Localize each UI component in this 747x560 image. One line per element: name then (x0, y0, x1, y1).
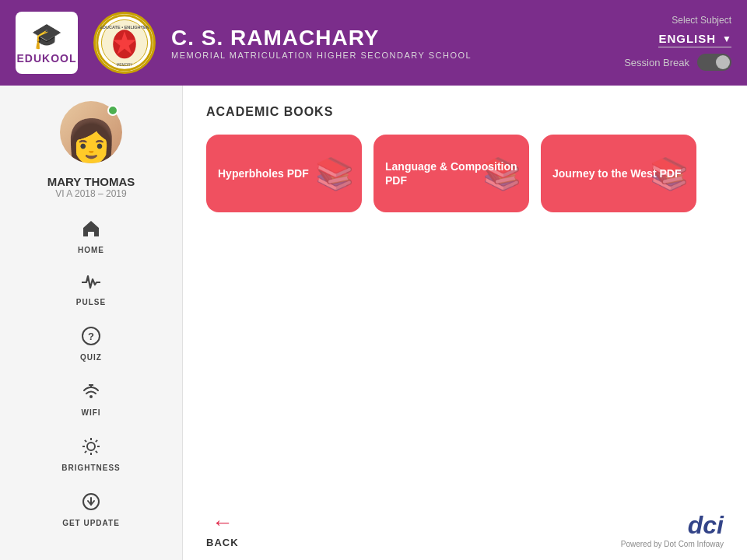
content-footer: ← BACK dci Powered by Dot Com Infoway (183, 499, 747, 560)
svg-text:EDUCATE • ENLIGHTEN: EDUCATE • ENLIGHTEN (100, 25, 149, 30)
session-break-toggle[interactable] (697, 54, 731, 71)
subject-value: ENGLISH (658, 32, 716, 45)
svg-line-16 (85, 440, 86, 442)
school-name: C. S. RAMACHARY (171, 26, 608, 51)
quiz-icon: ? (81, 326, 101, 351)
book-title-2: Language & Composition PDF (385, 159, 517, 187)
dci-logo: dci (688, 511, 724, 540)
back-label: BACK (206, 537, 239, 548)
back-button[interactable]: ← BACK (206, 510, 239, 548)
sidebar-item-wifi[interactable]: WIFI (0, 373, 182, 425)
powered-by-area: dci Powered by Dot Com Infoway (621, 511, 724, 548)
quiz-label: QUIZ (80, 353, 102, 362)
svg-text:?: ? (88, 331, 94, 342)
svg-text:MEMORY: MEMORY (117, 63, 133, 67)
book-card-hyperbholes[interactable]: Hyperbholes PDF 📚 (206, 135, 362, 212)
avatar-figure: 👩 (65, 121, 118, 163)
sidebar-item-home[interactable]: HOME (0, 211, 182, 262)
get-update-icon (81, 492, 101, 516)
logo-box: 🎓 EDUKOOL (16, 12, 78, 74)
content-area: ACADEMIC BOOKS Hyperbholes PDF 📚 Languag… (183, 86, 747, 560)
header-right: Select Subject ENGLISH ▼ Session Break (624, 15, 731, 71)
main-layout: 👩 MARY THOMAS VI A 2018 – 2019 HOME (0, 86, 747, 560)
graduation-cap-icon: 🎓 (31, 21, 62, 51)
nav-items: HOME PULSE ? QUIZ (0, 211, 182, 535)
wifi-label: WIFI (81, 408, 100, 417)
avatar-container: 👩 (60, 101, 122, 163)
svg-point-8 (89, 395, 93, 398)
svg-line-18 (96, 440, 97, 442)
select-subject-label: Select Subject (672, 15, 731, 26)
svg-line-17 (96, 451, 97, 453)
online-status-dot (107, 105, 118, 116)
home-label: HOME (78, 246, 104, 254)
svg-line-19 (85, 451, 86, 453)
book-title-1: Hyperbholes PDF (218, 166, 350, 180)
school-info: C. S. RAMACHARY MEMORIAL MATRICULATION H… (171, 26, 608, 60)
book-title-3: Journey to the West PDF (552, 166, 685, 180)
home-icon (81, 219, 101, 243)
book-card-journey[interactable]: Journey to the West PDF 📚 (541, 135, 696, 212)
header: 🎓 EDUKOOL EDUCATE • ENLIGHTEN MEMORY C. … (0, 0, 747, 86)
user-class: VI A 2018 – 2019 (55, 188, 126, 199)
sidebar-item-get-update[interactable]: GET UPDATE (0, 484, 182, 535)
chevron-down-icon: ▼ (722, 33, 731, 44)
pulse-label: PULSE (76, 298, 106, 306)
session-break-label: Session Break (624, 57, 689, 68)
back-arrow-icon: ← (212, 510, 233, 535)
sidebar: 👩 MARY THOMAS VI A 2018 – 2019 HOME (0, 86, 183, 560)
subject-dropdown[interactable]: ENGLISH ▼ (658, 32, 731, 47)
logo-text: EDUKOOL (17, 52, 77, 65)
get-update-label: GET UPDATE (62, 519, 120, 527)
sidebar-item-brightness[interactable]: BRIGHTNESS (0, 429, 182, 480)
svg-point-11 (87, 443, 95, 450)
wifi-icon (81, 381, 101, 406)
user-name: MARY THOMAS (47, 175, 135, 188)
session-break-row: Session Break (624, 54, 731, 71)
brightness-icon (81, 436, 101, 461)
section-title: ACADEMIC BOOKS (206, 105, 724, 119)
toggle-knob (716, 55, 730, 69)
powered-text: Powered by Dot Com Infoway (621, 540, 724, 548)
brightness-label: BRIGHTNESS (61, 464, 121, 472)
book-card-language[interactable]: Language & Composition PDF 📚 (374, 135, 529, 212)
sidebar-item-pulse[interactable]: PULSE (0, 266, 182, 314)
school-emblem: EDUCATE • ENLIGHTEN MEMORY (93, 12, 156, 74)
books-grid: Hyperbholes PDF 📚 Language & Composition… (206, 135, 724, 212)
logo-area: 🎓 EDUKOOL (16, 12, 78, 74)
school-subtitle: MEMORIAL MATRICULATION HIGHER SECONDARY … (171, 51, 608, 60)
sidebar-item-quiz[interactable]: ? QUIZ (0, 318, 182, 369)
pulse-icon (81, 274, 101, 296)
